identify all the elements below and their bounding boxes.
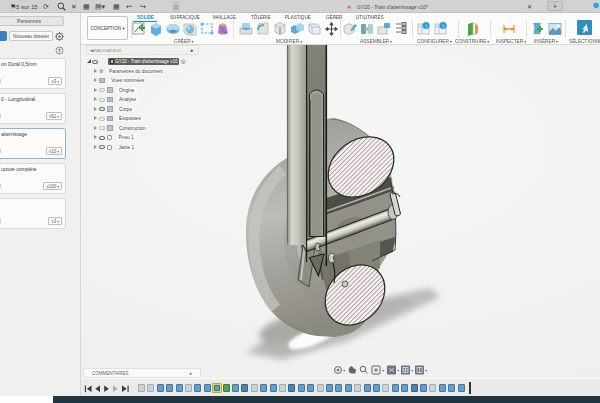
svg-text:i: i: [425, 23, 426, 29]
svg-text:i: i: [442, 23, 443, 29]
